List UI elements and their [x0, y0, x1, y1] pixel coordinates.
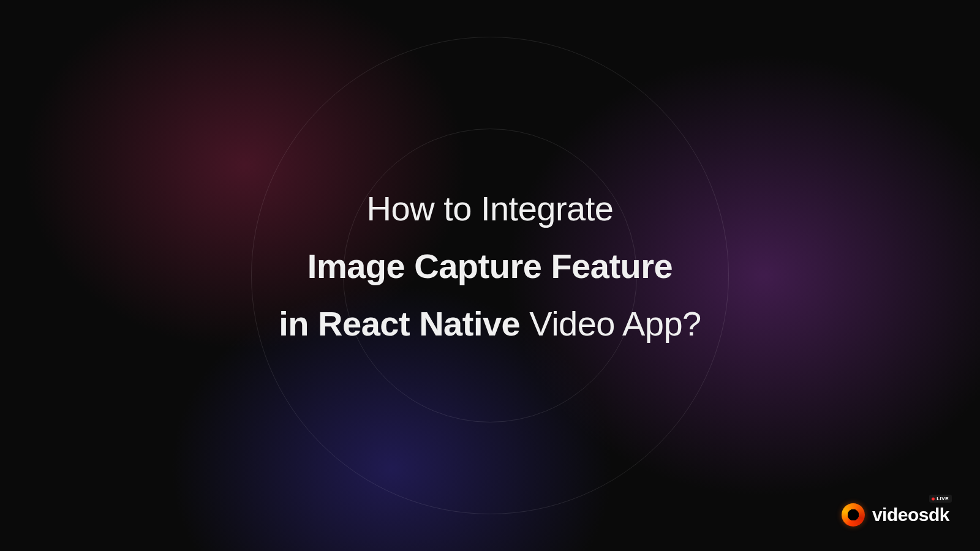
headline-text-bold-2: in React Native: [279, 304, 520, 343]
brand-name-wrap: LIVE videosdk: [872, 504, 949, 525]
headline-line-3: in React Native Video App?: [0, 302, 980, 345]
headline-text-light-2: Video App?: [520, 304, 701, 343]
headline-line-2: Image Capture Feature: [0, 245, 980, 288]
brand-name: videosdk: [872, 504, 949, 525]
headline: How to Integrate Image Capture Feature i…: [0, 173, 980, 360]
logo-ring-icon: [842, 503, 865, 527]
headline-line-1: How to Integrate: [0, 187, 980, 230]
headline-text-bold-1: Image Capture Feature: [307, 247, 673, 285]
headline-text-light-1: How to Integrate: [367, 189, 614, 228]
live-badge: LIVE: [929, 495, 952, 503]
brand-logo: LIVE videosdk: [842, 503, 949, 527]
